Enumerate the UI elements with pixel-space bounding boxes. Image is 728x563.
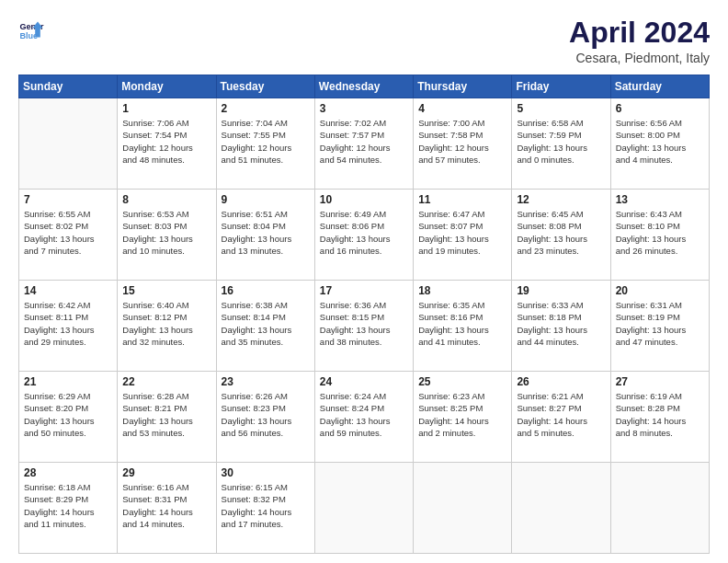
day-info: Sunrise: 6:51 AM Sunset: 8:04 PM Dayligh…: [222, 208, 310, 257]
table-row: 5Sunrise: 6:58 AM Sunset: 7:59 PM Daylig…: [512, 98, 610, 190]
day-info: Sunrise: 6:53 AM Sunset: 8:03 PM Dayligh…: [122, 208, 210, 257]
day-info: Sunrise: 6:56 AM Sunset: 8:00 PM Dayligh…: [616, 117, 704, 166]
title-block: April 2024 Cesara, Piedmont, Italy: [569, 17, 710, 65]
day-info: Sunrise: 6:58 AM Sunset: 7:59 PM Dayligh…: [517, 117, 605, 166]
table-row: 11Sunrise: 6:47 AM Sunset: 8:07 PM Dayli…: [414, 190, 512, 281]
day-number: 11: [418, 193, 506, 206]
table-row: 6Sunrise: 6:56 AM Sunset: 8:00 PM Daylig…: [610, 98, 709, 190]
day-number: 23: [222, 375, 310, 388]
table-row: 15Sunrise: 6:40 AM Sunset: 8:12 PM Dayli…: [118, 281, 216, 372]
month-title: April 2024: [569, 17, 710, 49]
header-saturday: Saturday: [610, 75, 709, 98]
week-row-2: 7Sunrise: 6:55 AM Sunset: 8:02 PM Daylig…: [19, 190, 710, 281]
day-number: 26: [517, 375, 605, 388]
table-row: 27Sunrise: 6:19 AM Sunset: 8:28 PM Dayli…: [610, 372, 709, 463]
table-row: 1Sunrise: 7:06 AM Sunset: 7:54 PM Daylig…: [118, 98, 216, 190]
day-info: Sunrise: 7:00 AM Sunset: 7:58 PM Dayligh…: [418, 117, 506, 166]
header: General Blue April 2024 Cesara, Piedmont…: [18, 17, 710, 65]
table-row: 18Sunrise: 6:35 AM Sunset: 8:16 PM Dayli…: [414, 281, 512, 372]
week-row-5: 28Sunrise: 6:18 AM Sunset: 8:29 PM Dayli…: [19, 463, 710, 554]
table-row: [414, 463, 512, 554]
table-row: 19Sunrise: 6:33 AM Sunset: 8:18 PM Dayli…: [512, 281, 610, 372]
day-info: Sunrise: 7:06 AM Sunset: 7:54 PM Dayligh…: [122, 117, 210, 166]
table-row: 17Sunrise: 6:36 AM Sunset: 8:15 PM Dayli…: [314, 281, 413, 372]
day-number: 1: [122, 102, 210, 115]
day-number: 8: [122, 193, 210, 206]
day-number: 17: [320, 284, 408, 297]
table-row: 16Sunrise: 6:38 AM Sunset: 8:14 PM Dayli…: [216, 281, 314, 372]
location: Cesara, Piedmont, Italy: [569, 51, 710, 65]
day-info: Sunrise: 6:45 AM Sunset: 8:08 PM Dayligh…: [517, 208, 605, 257]
day-info: Sunrise: 6:29 AM Sunset: 8:20 PM Dayligh…: [24, 390, 112, 439]
day-info: Sunrise: 6:35 AM Sunset: 8:16 PM Dayligh…: [418, 299, 506, 348]
table-row: 21Sunrise: 6:29 AM Sunset: 8:20 PM Dayli…: [19, 372, 118, 463]
header-tuesday: Tuesday: [216, 75, 314, 98]
week-row-3: 14Sunrise: 6:42 AM Sunset: 8:11 PM Dayli…: [19, 281, 710, 372]
table-row: [512, 463, 610, 554]
table-row: 8Sunrise: 6:53 AM Sunset: 8:03 PM Daylig…: [118, 190, 216, 281]
header-sunday: Sunday: [19, 75, 118, 98]
table-row: 24Sunrise: 6:24 AM Sunset: 8:24 PM Dayli…: [314, 372, 413, 463]
day-number: 18: [418, 284, 506, 297]
table-row: 14Sunrise: 6:42 AM Sunset: 8:11 PM Dayli…: [19, 281, 118, 372]
day-number: 12: [517, 193, 605, 206]
day-info: Sunrise: 6:49 AM Sunset: 8:06 PM Dayligh…: [320, 208, 408, 257]
table-row: 23Sunrise: 6:26 AM Sunset: 8:23 PM Dayli…: [216, 372, 314, 463]
day-info: Sunrise: 7:04 AM Sunset: 7:55 PM Dayligh…: [222, 117, 310, 166]
table-row: [314, 463, 413, 554]
day-number: 27: [616, 375, 704, 388]
table-row: 22Sunrise: 6:28 AM Sunset: 8:21 PM Dayli…: [118, 372, 216, 463]
day-number: 3: [320, 102, 408, 115]
logo-icon: General Blue: [18, 17, 44, 42]
day-number: 20: [616, 284, 704, 297]
week-row-4: 21Sunrise: 6:29 AM Sunset: 8:20 PM Dayli…: [19, 372, 710, 463]
day-number: 5: [517, 102, 605, 115]
day-number: 19: [517, 284, 605, 297]
day-number: 4: [418, 102, 506, 115]
day-number: 24: [320, 375, 408, 388]
day-number: 28: [24, 466, 112, 479]
day-info: Sunrise: 6:38 AM Sunset: 8:14 PM Dayligh…: [222, 299, 310, 348]
table-row: 3Sunrise: 7:02 AM Sunset: 7:57 PM Daylig…: [314, 98, 413, 190]
table-row: 7Sunrise: 6:55 AM Sunset: 8:02 PM Daylig…: [19, 190, 118, 281]
day-info: Sunrise: 6:40 AM Sunset: 8:12 PM Dayligh…: [122, 299, 210, 348]
header-monday: Monday: [118, 75, 216, 98]
header-wednesday: Wednesday: [314, 75, 413, 98]
day-info: Sunrise: 6:15 AM Sunset: 8:32 PM Dayligh…: [222, 481, 310, 530]
day-info: Sunrise: 6:33 AM Sunset: 8:18 PM Dayligh…: [517, 299, 605, 348]
day-info: Sunrise: 6:31 AM Sunset: 8:19 PM Dayligh…: [616, 299, 704, 348]
day-info: Sunrise: 6:24 AM Sunset: 8:24 PM Dayligh…: [320, 390, 408, 439]
calendar-table: Sunday Monday Tuesday Wednesday Thursday…: [18, 75, 710, 554]
day-info: Sunrise: 6:47 AM Sunset: 8:07 PM Dayligh…: [418, 208, 506, 257]
day-number: 2: [222, 102, 310, 115]
day-number: 16: [222, 284, 310, 297]
day-number: 15: [122, 284, 210, 297]
table-row: 4Sunrise: 7:00 AM Sunset: 7:58 PM Daylig…: [414, 98, 512, 190]
day-info: Sunrise: 6:19 AM Sunset: 8:28 PM Dayligh…: [616, 390, 704, 439]
day-info: Sunrise: 6:23 AM Sunset: 8:25 PM Dayligh…: [418, 390, 506, 439]
table-row: 26Sunrise: 6:21 AM Sunset: 8:27 PM Dayli…: [512, 372, 610, 463]
table-row: 28Sunrise: 6:18 AM Sunset: 8:29 PM Dayli…: [19, 463, 118, 554]
svg-text:Blue: Blue: [19, 31, 38, 40]
day-number: 7: [24, 193, 112, 206]
page: General Blue April 2024 Cesara, Piedmont…: [0, 0, 728, 563]
day-number: 25: [418, 375, 506, 388]
logo: General Blue: [18, 17, 44, 42]
day-info: Sunrise: 6:42 AM Sunset: 8:11 PM Dayligh…: [24, 299, 112, 348]
table-row: 10Sunrise: 6:49 AM Sunset: 8:06 PM Dayli…: [314, 190, 413, 281]
weekday-header-row: Sunday Monday Tuesday Wednesday Thursday…: [19, 75, 710, 98]
table-row: 9Sunrise: 6:51 AM Sunset: 8:04 PM Daylig…: [216, 190, 314, 281]
table-row: 12Sunrise: 6:45 AM Sunset: 8:08 PM Dayli…: [512, 190, 610, 281]
week-row-1: 1Sunrise: 7:06 AM Sunset: 7:54 PM Daylig…: [19, 98, 710, 190]
day-number: 21: [24, 375, 112, 388]
day-info: Sunrise: 6:21 AM Sunset: 8:27 PM Dayligh…: [517, 390, 605, 439]
header-thursday: Thursday: [414, 75, 512, 98]
table-row: 30Sunrise: 6:15 AM Sunset: 8:32 PM Dayli…: [216, 463, 314, 554]
table-row: [19, 98, 118, 190]
day-info: Sunrise: 6:18 AM Sunset: 8:29 PM Dayligh…: [24, 481, 112, 530]
table-row: 25Sunrise: 6:23 AM Sunset: 8:25 PM Dayli…: [414, 372, 512, 463]
day-info: Sunrise: 6:55 AM Sunset: 8:02 PM Dayligh…: [24, 208, 112, 257]
day-info: Sunrise: 6:36 AM Sunset: 8:15 PM Dayligh…: [320, 299, 408, 348]
table-row: [610, 463, 709, 554]
day-info: Sunrise: 6:26 AM Sunset: 8:23 PM Dayligh…: [222, 390, 310, 439]
